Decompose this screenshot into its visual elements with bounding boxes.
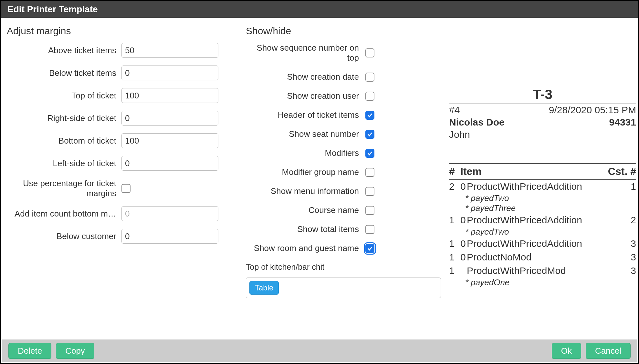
label-above-items: Above ticket items bbox=[7, 46, 121, 56]
delete-button[interactable]: Delete bbox=[8, 343, 51, 359]
preview-datetime: 9/28/2020 05:15 PM bbox=[549, 105, 636, 116]
showhide-section: Show/hide Show sequence number on topSho… bbox=[240, 18, 447, 339]
preview-item-row: 10ProductWithPricedAddition2 bbox=[449, 213, 636, 227]
input-top[interactable] bbox=[121, 88, 218, 103]
label-creation-date: Show creation date bbox=[246, 72, 365, 82]
input-below-customer[interactable] bbox=[121, 229, 218, 244]
tag-table[interactable]: Table bbox=[249, 281, 279, 295]
preview-modifier: * payedTwo bbox=[449, 193, 636, 203]
cancel-button[interactable]: Cancel bbox=[586, 343, 631, 359]
dialog-title: Edit Printer Template bbox=[1, 1, 638, 18]
preview-seq: #4 bbox=[449, 105, 460, 116]
label-item-count-margin: Add item count bottom m… bbox=[7, 209, 121, 219]
label-below-items: Below ticket items bbox=[7, 68, 121, 78]
margins-title: Adjust margins bbox=[7, 25, 234, 36]
checkbox-menu-info[interactable] bbox=[365, 187, 374, 196]
label-right: Right-side of ticket bbox=[7, 113, 121, 123]
checkbox-seat-number[interactable] bbox=[365, 130, 374, 139]
preview-item-row: 10ProductWithPricedAddition3 bbox=[449, 237, 636, 250]
checkbox-seq-top[interactable] bbox=[365, 48, 374, 57]
input-item-count-margin[interactable] bbox=[121, 206, 218, 221]
label-room-guest: Show room and guest name bbox=[246, 243, 365, 253]
checkbox-creation-user[interactable] bbox=[365, 92, 374, 101]
checkbox-course-name[interactable] bbox=[365, 206, 374, 215]
label-below-customer: Below customer bbox=[7, 231, 121, 241]
input-left[interactable] bbox=[121, 156, 218, 171]
preview-modifier: * payedOne bbox=[449, 278, 636, 288]
label-course-name: Course name bbox=[246, 205, 365, 215]
showhide-title: Show/hide bbox=[246, 25, 441, 36]
preview-modifier: * payedTwo bbox=[449, 227, 636, 237]
label-menu-info: Show menu information bbox=[246, 186, 365, 196]
checkbox-creation-date[interactable] bbox=[365, 73, 374, 82]
preview-header-row: # Item Cst. # bbox=[449, 164, 636, 179]
label-total-items: Show total items bbox=[246, 224, 365, 234]
label-seq-top: Show sequence number on top bbox=[246, 43, 365, 63]
preview-item-row: 10ProductNoMod3 bbox=[449, 250, 636, 264]
label-seat-number: Show seat number bbox=[246, 129, 365, 139]
preview-table-title: T-3 bbox=[449, 86, 636, 104]
preview-modifier: * payedThree bbox=[449, 203, 636, 213]
label-modifiers: Modifiers bbox=[246, 148, 365, 158]
label-creation-user: Show creation user bbox=[246, 91, 365, 101]
input-below-items[interactable] bbox=[121, 66, 218, 80]
checkbox-total-items[interactable] bbox=[365, 225, 374, 234]
ticket-preview: T-3 #4 9/28/2020 05:15 PM Nicolas Doe 94… bbox=[447, 18, 638, 339]
preview-server: John bbox=[449, 129, 470, 140]
top-chit-label: Top of kitchen/bar chit bbox=[246, 262, 441, 272]
preview-item-row: 20ProductWithPricedAddition1 bbox=[449, 180, 636, 193]
preview-header-item: Item bbox=[460, 166, 607, 177]
label-left: Left-side of ticket bbox=[7, 158, 121, 168]
top-chit-tagbox[interactable]: Table bbox=[246, 278, 441, 298]
preview-header-cst: Cst. # bbox=[607, 166, 636, 177]
ok-button[interactable]: Ok bbox=[552, 343, 581, 359]
label-mod-group-name: Modifier group name bbox=[246, 167, 365, 177]
label-header-items: Header of ticket items bbox=[246, 110, 365, 120]
input-above-items[interactable] bbox=[121, 43, 218, 58]
checkbox-modifiers[interactable] bbox=[365, 149, 374, 158]
preview-ref: 94331 bbox=[609, 117, 636, 128]
label-bottom: Bottom of ticket bbox=[7, 136, 121, 146]
input-right[interactable] bbox=[121, 111, 218, 126]
preview-header-qty: # bbox=[449, 166, 460, 177]
checkbox-room-guest[interactable] bbox=[365, 244, 374, 253]
input-bottom[interactable] bbox=[121, 133, 218, 148]
checkbox-use-percent[interactable] bbox=[121, 184, 131, 193]
preview-item-row: 1ProductWithPricedMod3 bbox=[449, 264, 636, 278]
label-top: Top of ticket bbox=[7, 91, 121, 101]
dialog-footer: Delete Copy Ok Cancel bbox=[2, 339, 637, 362]
margins-section: Adjust margins Above ticket items Below … bbox=[1, 18, 240, 339]
checkbox-header-items[interactable] bbox=[365, 111, 374, 120]
preview-customer: Nicolas Doe bbox=[449, 117, 505, 128]
copy-button[interactable]: Copy bbox=[56, 343, 94, 359]
checkbox-mod-group-name[interactable] bbox=[365, 168, 374, 177]
label-use-percent: Use percentage for ticket margins bbox=[7, 178, 121, 198]
